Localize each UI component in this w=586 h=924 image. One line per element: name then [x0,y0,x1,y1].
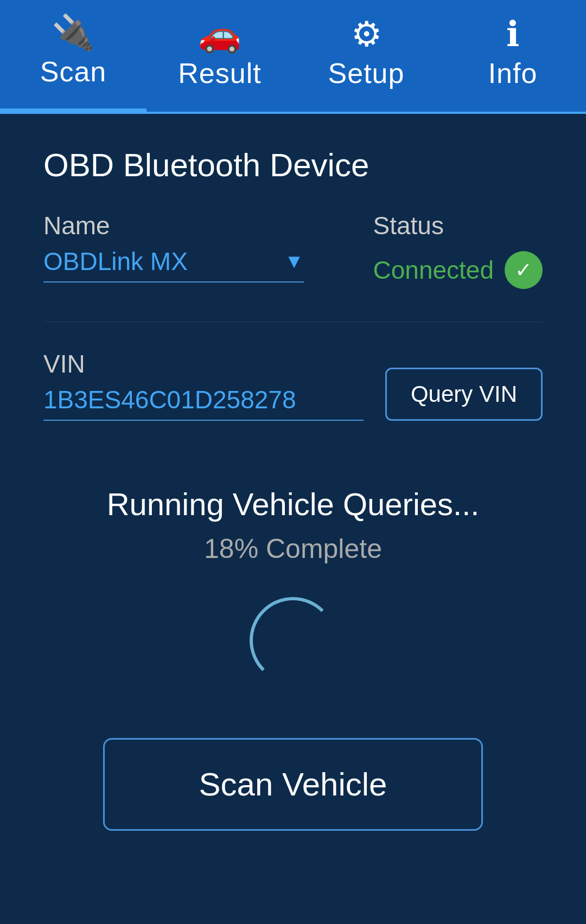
status-check-icon: ✓ [505,251,543,289]
vin-value: 1B3ES46C01D258278 [43,386,296,414]
nav-info-label: Info [488,57,538,89]
vin-row: VIN 1B3ES46C01D258278 Query VIN [43,349,543,421]
progress-title: Running Vehicle Queries... [107,486,480,522]
divider-1 [43,322,543,322]
obd-section-title: OBD Bluetooth Device [43,146,543,184]
query-vin-button[interactable]: Query VIN [385,368,543,421]
nav-tab-scan[interactable]: 🔌 Scan [0,0,146,112]
vin-label: VIN [43,349,364,378]
nav-scan-label: Scan [40,55,107,88]
progress-area: Running Vehicle Queries... 18% Complete [43,486,543,684]
info-icon: ℹ [506,17,519,52]
gear-icon: ⚙ [351,17,382,52]
device-name-group: Name OBDLink MX ▼ [43,211,304,283]
device-select[interactable]: OBDLink MX ▼ [43,247,304,283]
scan-vehicle-button[interactable]: Scan Vehicle [103,738,483,831]
spinner-container [250,597,336,684]
main-content: OBD Bluetooth Device Name OBDLink MX ▼ S… [0,114,586,863]
spinner-ring [250,597,336,684]
nav-tab-info[interactable]: ℹ Info [440,0,586,112]
nav-tab-result[interactable]: 🚗 Result [146,0,293,112]
vin-input-wrapper: 1B3ES46C01D258278 [43,385,364,421]
device-name-label: Name [43,211,304,240]
vin-group: VIN 1B3ES46C01D258278 [43,349,364,421]
nav-setup-label: Setup [328,57,405,89]
car-icon: 🚗 [198,17,241,52]
status-label: Status [373,211,543,240]
status-text: Connected [373,255,494,285]
progress-percent: 18% Complete [204,533,382,564]
top-nav: 🔌 Scan 🚗 Result ⚙ Setup ℹ Info [0,0,586,114]
device-selected-value: OBDLink MX [43,247,279,276]
nav-result-label: Result [178,57,261,89]
nav-tab-setup[interactable]: ⚙ Setup [293,0,440,112]
dropdown-arrow-icon: ▼ [284,250,304,273]
scan-icon: 🔌 [52,15,95,50]
device-row: Name OBDLink MX ▼ Status Connected ✓ [43,211,543,289]
device-status-group: Status Connected ✓ [373,211,543,289]
status-value-row: Connected ✓ [373,251,543,289]
